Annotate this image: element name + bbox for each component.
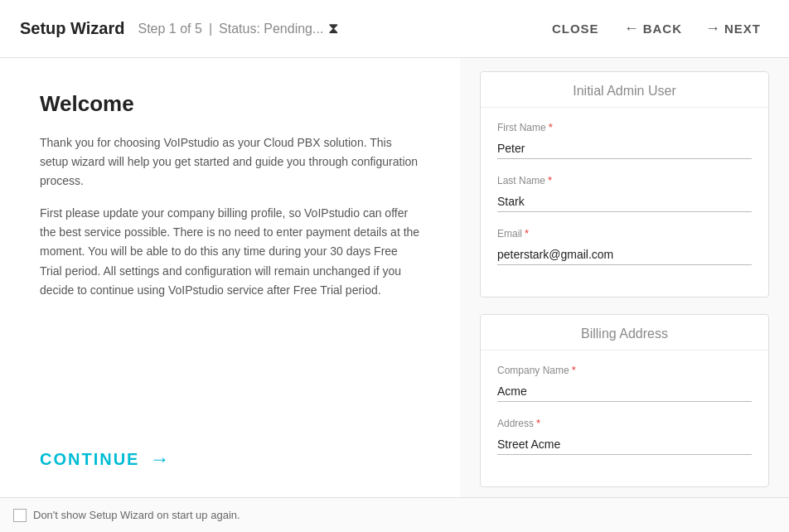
header: Setup Wizard Step 1 of 5 | Status: Pendi…: [0, 0, 789, 58]
welcome-title: Welcome: [40, 91, 420, 117]
left-panel: Welcome Thank you for choosing VoIPstudi…: [0, 58, 460, 497]
admin-card-body: First Name * Last Name * Email *: [481, 108, 768, 297]
main-content: Welcome Thank you for choosing VoIPstudi…: [0, 58, 789, 497]
first-name-required: *: [549, 121, 553, 133]
back-button[interactable]: ← BACK: [616, 15, 690, 42]
last-name-label: Last Name *: [497, 174, 752, 186]
dont-show-label: Don't show Setup Wizard on start up agai…: [33, 509, 240, 521]
billing-card-body: Company Name * Address *: [481, 351, 768, 486]
email-group: Email *: [497, 227, 752, 265]
welcome-section: Welcome Thank you for choosing VoIPstudi…: [40, 91, 420, 313]
welcome-paragraph-1: Thank you for choosing VoIPstudio as you…: [40, 133, 420, 191]
dont-show-checkbox[interactable]: [13, 509, 27, 522]
first-name-label: First Name *: [497, 121, 752, 133]
admin-user-card: Initial Admin User First Name * Last Nam…: [480, 71, 769, 297]
footer: Don't show Setup Wizard on start up agai…: [0, 497, 789, 532]
address-label: Address *: [497, 417, 752, 429]
continue-button[interactable]: CONTINUE →: [40, 447, 420, 471]
company-name-required: *: [572, 364, 576, 376]
address-required: *: [536, 417, 540, 429]
first-name-group: First Name *: [497, 121, 752, 159]
status-text: Status: Pending... ⧗: [219, 20, 339, 37]
hourglass-icon: ⧗: [328, 20, 339, 37]
header-divider: |: [209, 22, 212, 36]
next-arrow-icon: →: [705, 20, 721, 37]
address-input[interactable]: [497, 434, 752, 455]
next-button[interactable]: → NEXT: [697, 15, 769, 42]
email-input[interactable]: [497, 244, 752, 265]
billing-address-card: Billing Address Company Name * Address *: [480, 314, 769, 487]
right-panel: Initial Admin User First Name * Last Nam…: [460, 58, 789, 497]
step-indicator: Step 1 of 5: [138, 22, 202, 36]
last-name-group: Last Name *: [497, 174, 752, 212]
company-name-input[interactable]: [497, 381, 752, 402]
address-group: Address *: [497, 417, 752, 455]
first-name-input[interactable]: [497, 138, 752, 159]
email-required: *: [525, 227, 529, 239]
header-actions: CLOSE ← BACK → NEXT: [542, 15, 769, 42]
page-title: Setup Wizard: [20, 19, 125, 38]
back-arrow-icon: ←: [624, 20, 640, 37]
company-name-group: Company Name *: [497, 364, 752, 402]
last-name-required: *: [548, 174, 552, 186]
close-button[interactable]: CLOSE: [542, 17, 609, 41]
company-name-label: Company Name *: [497, 364, 752, 376]
billing-card-title: Billing Address: [481, 315, 768, 351]
continue-arrow-icon: →: [149, 447, 171, 471]
welcome-paragraph-2: First please update your company billing…: [40, 204, 420, 299]
admin-card-title: Initial Admin User: [481, 72, 768, 108]
email-label: Email *: [497, 227, 752, 239]
last-name-input[interactable]: [497, 191, 752, 212]
